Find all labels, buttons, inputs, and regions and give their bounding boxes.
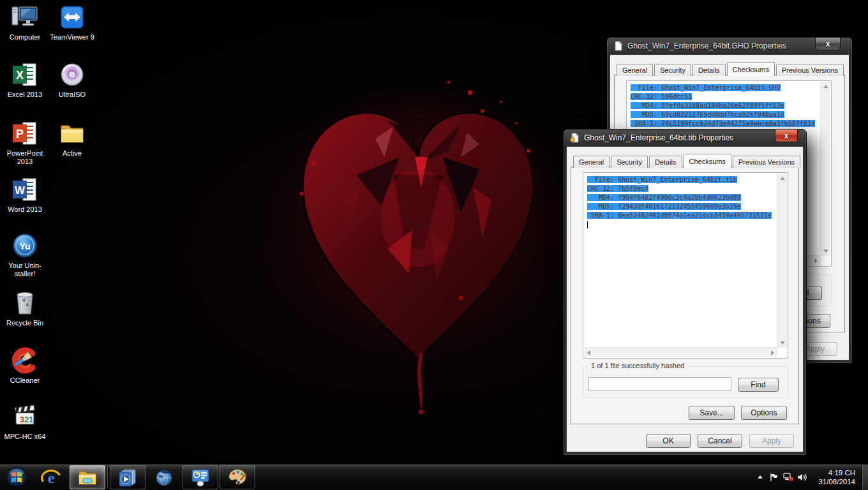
desktop-icon-excel[interactable]: X Excel 2013 (1, 61, 49, 99)
desktop-icon-powerpoint[interactable]: P PowerPoint 2013 (1, 119, 49, 166)
close-button[interactable]: x (815, 38, 841, 50)
window-title: Ghost_Win7_Enterprise_64bit.GHO Properti… (627, 41, 786, 50)
scroll-down-icon[interactable] (821, 246, 830, 256)
recycle-bin-icon (11, 289, 39, 317)
vertical-scrollbar[interactable] (820, 82, 830, 256)
windows-explorer-icon (77, 467, 98, 487)
desktop-icon-mpchc[interactable]: 3 2 1 MPC-HC x64 (1, 403, 49, 441)
ok-button[interactable]: OK (646, 434, 691, 448)
tib-titlebar[interactable]: Ghost_Win7_Enterprise_64bit.tib Properti… (564, 130, 806, 146)
tray-clock[interactable]: 4:19 CH 31/08/2014 (809, 468, 859, 486)
scroll-down-icon[interactable] (777, 338, 787, 348)
taskbar-item-media-player[interactable] (110, 465, 146, 489)
window-title: Ghost_Win7_Enterprise_64bit.tib Properti… (584, 133, 733, 142)
scroll-left-icon[interactable] (584, 348, 594, 357)
tab-general[interactable]: General (617, 64, 653, 76)
taskbar: e (0, 464, 868, 490)
desktop-icon-label: PowerPoint 2013 (1, 149, 49, 166)
hash-line-crc32: CRC-32: 7b5f8ec4 (587, 185, 648, 192)
hashed-status-label: 1 of 1 file successfully hashed (588, 362, 687, 369)
tab-security[interactable]: Security (611, 156, 648, 168)
computer-icon (11, 3, 39, 31)
tib-tabs: General Security Details Checksums Previ… (573, 154, 802, 167)
hash-line-md5: MD5: 69cd83212769dd8dd7bca926f948aa1d (631, 111, 784, 118)
paint-icon (227, 467, 248, 487)
text-caret (587, 221, 588, 228)
desktop-icon-recycle-bin[interactable]: Recycle Bin (1, 289, 49, 327)
desktop-icon-teamviewer[interactable]: TeamViewer 9 (49, 3, 96, 41)
desktop: Computer TeamViewer 9 X Excel 2013 (0, 0, 868, 490)
scroll-right-icon[interactable] (811, 256, 821, 265)
show-desktop-button[interactable] (862, 464, 868, 490)
teamviewer-icon (58, 3, 86, 31)
tab-checksums[interactable]: Checksums (727, 62, 775, 76)
hash-line-md5: MD5: f29430f4016172132455459609e3b19e (587, 203, 741, 210)
taskbar-item-control-panel[interactable] (183, 465, 218, 489)
desktop-icon-label: UltraISO (49, 91, 96, 99)
hash-line-md4: MD4: 5fef0a3188ad194be26e62f89f5ff53e (631, 102, 784, 109)
apply-button[interactable]: Apply (749, 434, 794, 448)
desktop-icon-word[interactable]: W Word 2013 (1, 175, 49, 214)
document-lock-icon (570, 133, 580, 143)
action-center-flag-icon[interactable] (767, 464, 781, 490)
internet-explorer-icon: e (41, 467, 61, 487)
tib-checksum-text: File: Ghost_Win7_Enterprise_64bit.tib CR… (585, 174, 776, 346)
desktop-icon-active-folder[interactable]: Active (49, 119, 96, 158)
tab-details[interactable]: Details (649, 156, 682, 168)
tab-details[interactable]: Details (692, 64, 726, 76)
hash-line-sha1: SHA-1: 74c5199fcc924d73e44275a9abce8a3fb… (631, 120, 815, 127)
hidden-icons-arrow-icon[interactable] (753, 464, 767, 490)
desktop-icon-ccleaner[interactable]: CCleaner (1, 346, 49, 385)
desktop-icon-uninstaller[interactable]: Yu Your Unin-staller! (1, 232, 49, 278)
desktop-icon-label: Your Unin-staller! (1, 262, 49, 278)
wallpaper-heart-art (265, 64, 571, 434)
save-button[interactable]: Save... (689, 406, 735, 420)
word-icon: W (11, 175, 39, 204)
start-button[interactable] (1, 466, 33, 489)
tib-dialog-body: General Security Details Checksums Previ… (566, 146, 804, 452)
desktop-icon-label: Computer (1, 33, 49, 41)
options-button[interactable]: Options (741, 406, 787, 420)
scroll-right-icon[interactable] (768, 348, 777, 357)
control-panel-icon (190, 467, 211, 487)
taskbar-item-windows-explorer[interactable] (70, 465, 105, 489)
horizontal-scrollbar[interactable] (584, 347, 777, 357)
start-orb-icon (6, 466, 27, 488)
ccleaner-icon (11, 346, 39, 375)
tab-general[interactable]: General (573, 156, 610, 168)
desktop-icon-label: Word 2013 (1, 205, 49, 214)
desktop-icon-label: Active (49, 149, 96, 158)
desktop-icon-ultraiso[interactable]: UltraISO (49, 61, 96, 99)
powerpoint-icon: P (11, 119, 39, 147)
vertical-scrollbar[interactable] (777, 174, 787, 348)
hash-search-input[interactable] (588, 377, 731, 391)
find-button[interactable]: Find (738, 378, 779, 392)
tib-checksum-results[interactable]: File: Ghost_Win7_Enterprise_64bit.tib CR… (583, 172, 788, 359)
tab-previous-versions[interactable]: Previous Versions (776, 64, 844, 76)
desktop-icon-label: TeamViewer 9 (49, 33, 96, 41)
close-button[interactable]: x (775, 130, 798, 142)
cancel-button[interactable]: Cancel (698, 434, 742, 448)
mpchc-icon: 3 2 1 (11, 403, 39, 431)
tab-checksums[interactable]: Checksums (684, 154, 731, 168)
ultraiso-disc-icon (58, 61, 86, 89)
taskbar-item-browser-globe[interactable] (147, 466, 181, 489)
hash-line-sha1: SHA-1: 8ea52482461d8074a1ea21dcb3439a495… (587, 212, 772, 219)
tib-hashed-groupbox: 1 of 1 file successfully hashed Find (583, 366, 788, 398)
desktop-icon-label: Recycle Bin (1, 319, 49, 327)
network-disconnected-icon[interactable] (781, 464, 795, 490)
volume-icon[interactable] (795, 464, 809, 490)
taskbar-item-internet-explorer[interactable]: e (34, 466, 68, 489)
desktop-icon-computer[interactable]: Computer (1, 3, 49, 41)
uninstaller-icon: Yu (11, 232, 39, 260)
taskbar-item-paint[interactable] (220, 465, 255, 489)
scroll-up-icon[interactable] (821, 82, 830, 91)
scroll-up-icon[interactable] (777, 174, 787, 183)
tray-date: 31/08/2014 (809, 477, 855, 486)
tab-previous-versions[interactable]: Previous Versions (733, 156, 800, 168)
hash-line-file: File: Ghost_Win7_Enterprise_64bit.GHO (631, 84, 781, 91)
svg-text:1: 1 (29, 415, 33, 424)
tab-security[interactable]: Security (654, 64, 691, 76)
gho-tabs: General Security Details Checksums Previ… (617, 62, 845, 75)
svg-text:P: P (16, 128, 24, 140)
